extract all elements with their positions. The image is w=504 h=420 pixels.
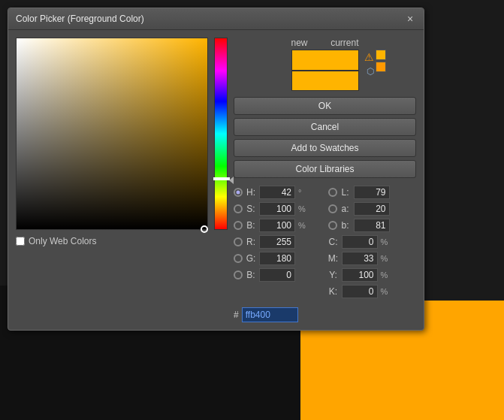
s-radio[interactable] [234,204,243,213]
blab-label: b: [340,220,351,231]
g-input[interactable] [259,252,295,265]
l-input[interactable] [354,186,390,199]
c-unit: % [381,237,391,246]
small-swatch-bottom [376,62,386,72]
m-label: M: [328,253,339,264]
only-web-colors-label: Only Web Colors [29,236,96,246]
s-field-row: S: % [234,202,322,216]
color-libraries-button[interactable]: Color Libraries [234,160,416,178]
m-unit: % [381,254,391,263]
preview-swatches[interactable] [291,50,359,91]
c-field-row: C: % [328,235,417,249]
blab-field-row: b: [328,219,417,232]
m-input[interactable] [342,252,378,265]
preview-new-color [291,50,359,71]
close-button[interactable]: × [404,13,416,25]
dialog-body: Only Web Colors new current [8,30,424,330]
button-panel: OK Cancel Add to Swatches Color Librarie… [234,97,416,178]
only-web-colors-checkbox[interactable] [16,237,25,246]
r-input[interactable] [259,235,295,249]
g-field-row: G: [234,252,322,265]
hsb-rgb-fields: H: ° S: % B: [234,186,322,301]
blue-radio[interactable] [234,270,243,279]
b-label: B: [246,220,256,231]
k-unit: % [381,287,391,296]
a-radio[interactable] [328,204,337,213]
m-field-row: M: % [328,252,417,265]
color-preview: new current ⚠ ⬡ [234,38,416,91]
small-swatch-top [376,50,386,60]
cancel-button[interactable]: Cancel [234,118,416,136]
hex-row: # [234,307,416,322]
y-unit: % [381,270,391,279]
hue-cursor [213,177,230,180]
add-to-swatches-button[interactable]: Add to Swatches [234,139,416,157]
only-web-colors-row: Only Web Colors [16,236,208,246]
g-radio[interactable] [234,254,243,263]
b-input[interactable] [259,219,295,232]
dialog-title: Color Picker (Foreground Color) [16,14,144,24]
right-panel: new current ⚠ ⬡ OK Cancel A [234,38,416,322]
blab-radio[interactable] [328,221,337,230]
b-radio[interactable] [234,221,243,230]
y-input[interactable] [342,268,378,282]
blab-input[interactable] [354,219,390,232]
fields-section: H: ° S: % B: [234,186,416,301]
s-unit: % [298,204,309,213]
k-input[interactable] [342,285,378,298]
a-label: a: [340,204,351,214]
hue-slider-container [214,38,228,322]
y-field-row: Y: % [328,268,417,282]
hue-arrow [229,177,234,184]
warning-icon: ⚠ [364,51,374,63]
title-bar: Color Picker (Foreground Color) × [8,8,424,30]
s-input[interactable] [259,202,295,216]
color-field-container: Only Web Colors [16,38,208,322]
c-input[interactable] [342,235,378,249]
b-unit: % [298,221,309,230]
r-radio[interactable] [234,237,243,246]
y-label: Y: [328,270,339,280]
a-input[interactable] [354,202,390,216]
color-picker-dialog: Color Picker (Foreground Color) × Only W… [8,8,424,331]
k-label: K: [328,286,339,297]
b-field-row: B: % [234,219,322,232]
l-label: L: [340,187,351,198]
cube-icon: ⬡ [367,66,374,77]
r-label: R: [246,237,256,247]
hex-input[interactable] [242,307,298,322]
l-field-row: L: [328,186,417,199]
h-radio[interactable] [234,188,243,197]
k-field-row: K: % [328,285,417,298]
lab-cmyk-fields: L: a: b: [328,186,417,301]
color-field[interactable] [16,38,208,230]
l-radio[interactable] [328,188,337,197]
blue-input[interactable] [259,268,295,282]
a-field-row: a: [328,202,417,216]
hex-hash: # [234,310,239,320]
h-field-row: H: ° [234,186,322,199]
color-gradient [17,38,207,229]
r-field-row: R: [234,235,322,249]
hue-slider[interactable] [214,38,228,230]
h-unit: ° [298,188,309,197]
s-label: S: [246,204,256,214]
c-label: C: [328,237,339,247]
new-label: new [291,38,308,48]
h-label: H: [246,187,256,198]
blue-field-row: B: [234,268,322,282]
current-label: current [330,38,358,48]
ok-button[interactable]: OK [234,97,416,115]
blue-label: B: [246,270,256,280]
g-label: G: [246,253,256,264]
preview-labels: new current [291,38,359,48]
preview-current-color [291,71,359,92]
h-input[interactable] [259,186,295,199]
